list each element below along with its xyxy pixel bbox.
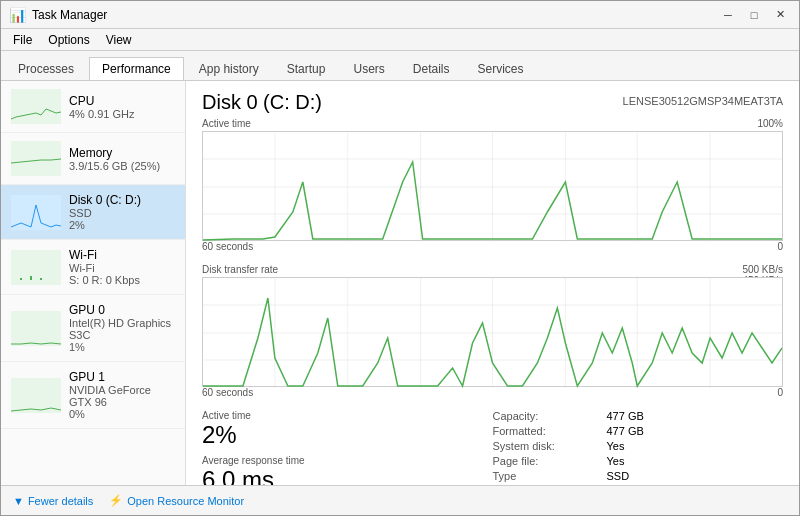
sidebar-item-wifi[interactable]: Wi-Fi Wi-Fi S: 0 R: 0 Kbps [1, 240, 185, 295]
sidebar-item-memory[interactable]: Memory 3.9/15.6 GB (25%) [1, 133, 185, 185]
disk-title: Disk 0 (C: D:) [202, 91, 322, 114]
chart1-bottom: 60 seconds 0 [202, 241, 783, 252]
gpu1-info: GPU 1 NVIDIA GeForce GTX 96 0% [69, 370, 175, 420]
avg-response-value: 6.0 ms [202, 468, 493, 485]
disk-name: Disk 0 (C: D:) [69, 193, 175, 207]
sidebar-item-gpu0[interactable]: GPU 0 Intel(R) HD Graphics S3C 1% [1, 295, 185, 362]
bottom-bar: ▼ Fewer details ⚡ Open Resource Monitor [1, 485, 799, 515]
chart1-time: 60 seconds [202, 241, 253, 252]
type-value: SSD [607, 470, 630, 482]
capacity-value: 477 GB [607, 410, 644, 422]
wifi-name: Wi-Fi [69, 248, 175, 262]
stats-section: Active time 2% Average response time 6.0… [202, 410, 783, 485]
window-icon: 📊 [9, 7, 26, 23]
wifi-sub: Wi-Fi [69, 262, 175, 274]
chart1-label-row: Active time 100% [202, 118, 783, 129]
task-manager-window: 📊 Task Manager ─ □ ✕ File Options View P… [0, 0, 800, 516]
window-title: Task Manager [32, 8, 107, 22]
gpu0-info: GPU 0 Intel(R) HD Graphics S3C 1% [69, 303, 175, 353]
fewer-details-label: Fewer details [28, 495, 93, 507]
active-time-label: Active time [202, 410, 493, 421]
chart2-time: 60 seconds [202, 387, 253, 398]
chart1-label-left: Active time [202, 118, 251, 129]
sidebar-item-disk0[interactable]: Disk 0 (C: D:) SSD 2% [1, 185, 185, 240]
transfer-rate-chart [202, 277, 783, 387]
gpu0-pct: 1% [69, 341, 175, 353]
tab-startup[interactable]: Startup [274, 57, 339, 80]
active-time-chart [202, 131, 783, 241]
gpu1-thumbnail [11, 378, 61, 413]
info-row-formatted: Formatted: 477 GB [493, 425, 784, 437]
close-button[interactable]: ✕ [769, 6, 791, 24]
chart2-bottom: 60 seconds 0 [202, 387, 783, 398]
memory-thumbnail [11, 141, 61, 176]
stat-col-left: Active time 2% Average response time 6.0… [202, 410, 493, 485]
tab-services[interactable]: Services [465, 57, 537, 80]
system-disk-label: System disk: [493, 440, 603, 452]
disk-header: Disk 0 (C: D:) LENSE30512GMSP34MEAT3TA [202, 91, 783, 114]
info-row-capacity: Capacity: 477 GB [493, 410, 784, 422]
sidebar: CPU 4% 0.91 GHz Memory 3.9/15.6 GB (25%) [1, 81, 186, 485]
tab-users[interactable]: Users [340, 57, 397, 80]
tab-app-history[interactable]: App history [186, 57, 272, 80]
cpu-info: CPU 4% 0.91 GHz [69, 94, 175, 120]
window-controls: ─ □ ✕ [717, 6, 791, 24]
info-row-type: Type SSD [493, 470, 784, 482]
formatted-value: 477 GB [607, 425, 644, 437]
cpu-thumbnail [11, 89, 61, 124]
wifi-thumbnail [11, 250, 61, 285]
page-file-value: Yes [607, 455, 625, 467]
wifi-info: Wi-Fi Wi-Fi S: 0 R: 0 Kbps [69, 248, 175, 286]
info-table: Capacity: 477 GB Formatted: 477 GB Syste… [493, 410, 784, 482]
menu-options[interactable]: Options [40, 31, 97, 49]
gpu1-sub: NVIDIA GeForce GTX 96 [69, 384, 175, 408]
minimize-button[interactable]: ─ [717, 6, 739, 24]
open-resource-monitor-link[interactable]: ⚡ Open Resource Monitor [109, 494, 244, 507]
gpu0-thumbnail [11, 311, 61, 346]
info-row-page-file: Page file: Yes [493, 455, 784, 467]
formatted-label: Formatted: [493, 425, 603, 437]
chart2-label-row: Disk transfer rate 500 KB/s [202, 264, 783, 275]
tab-performance[interactable]: Performance [89, 57, 184, 80]
wifi-speed: S: 0 R: 0 Kbps [69, 274, 175, 286]
active-time-chart-section: Active time 100% [202, 118, 783, 252]
system-disk-value: Yes [607, 440, 625, 452]
svg-rect-0 [11, 195, 61, 230]
open-resource-label: Open Resource Monitor [127, 495, 244, 507]
maximize-button[interactable]: □ [743, 6, 765, 24]
stat-col-right: Capacity: 477 GB Formatted: 477 GB Syste… [493, 410, 784, 485]
chart2-label-left: Disk transfer rate [202, 264, 278, 275]
title-bar: 📊 Task Manager ─ □ ✕ [1, 1, 799, 29]
memory-name: Memory [69, 146, 175, 160]
tab-processes[interactable]: Processes [5, 57, 87, 80]
type-label: Type [493, 470, 603, 482]
active-time-stat: Active time 2% [202, 410, 493, 447]
info-row-system-disk: System disk: Yes [493, 440, 784, 452]
sidebar-item-gpu1[interactable]: GPU 1 NVIDIA GeForce GTX 96 0% [1, 362, 185, 429]
chart2-right-axis: 0 [777, 387, 783, 398]
avg-response-label: Average response time [202, 455, 493, 466]
chart2-label-right: 500 KB/s [742, 264, 783, 275]
active-time-value: 2% [202, 423, 493, 447]
page-file-label: Page file: [493, 455, 603, 467]
arrow-down-icon: ▼ [13, 495, 24, 507]
chart1-right-axis: 0 [777, 241, 783, 252]
disk-pct: 2% [69, 219, 175, 231]
menu-bar: File Options View [1, 29, 799, 51]
cpu-sub: 4% 0.91 GHz [69, 108, 175, 120]
menu-file[interactable]: File [5, 31, 40, 49]
device-id: LENSE30512GMSP34MEAT3TA [623, 95, 783, 107]
disk-type: SSD [69, 207, 175, 219]
tab-details[interactable]: Details [400, 57, 463, 80]
fewer-details-link[interactable]: ▼ Fewer details [13, 495, 93, 507]
cpu-name: CPU [69, 94, 175, 108]
memory-sub: 3.9/15.6 GB (25%) [69, 160, 175, 172]
capacity-label: Capacity: [493, 410, 603, 422]
avg-response-stat: Average response time 6.0 ms [202, 455, 493, 485]
menu-view[interactable]: View [98, 31, 140, 49]
tab-bar: Processes Performance App history Startu… [1, 51, 799, 81]
gpu0-sub: Intel(R) HD Graphics S3C [69, 317, 175, 341]
disk-info: Disk 0 (C: D:) SSD 2% [69, 193, 175, 231]
sidebar-item-cpu[interactable]: CPU 4% 0.91 GHz [1, 81, 185, 133]
gpu1-pct: 0% [69, 408, 175, 420]
